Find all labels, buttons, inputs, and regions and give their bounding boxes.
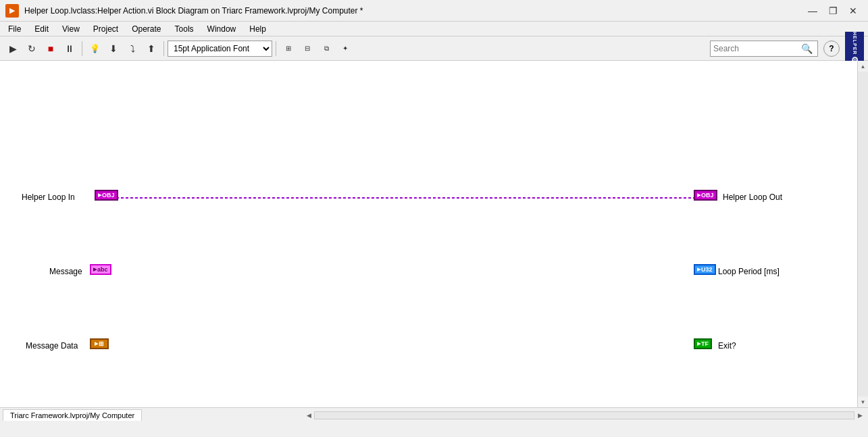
toolbar-separator-1 <box>82 41 82 56</box>
app-icon: ▶ <box>5 4 19 18</box>
helper-loop-out-terminal[interactable]: ▶OBJ <box>694 190 717 201</box>
message-terminal[interactable]: ▶abc <box>90 264 111 275</box>
horizontal-scroll: ◀ ▶ <box>303 410 865 421</box>
cleanup-button[interactable]: ✦ <box>336 40 354 57</box>
status-bar: Triarc Framework.lvproj/My Computer ◀ ▶ <box>0 407 868 422</box>
menu-operate[interactable]: Operate <box>126 23 166 35</box>
hscroll-track[interactable] <box>314 411 854 419</box>
run-button[interactable]: ▶ <box>4 40 22 57</box>
run-continuous-button[interactable]: ↻ <box>23 40 41 57</box>
abort-button[interactable]: ■ <box>42 40 59 57</box>
hscroll-right-button[interactable]: ▶ <box>854 410 865 421</box>
restore-button[interactable]: ❐ <box>823 4 842 18</box>
help-button[interactable]: ? <box>823 41 840 57</box>
window-controls: — ❐ ✕ <box>803 4 863 18</box>
step-out-button[interactable]: ⬆ <box>143 40 160 57</box>
vertical-scrollbar: ▲ ▼ <box>857 61 868 407</box>
toolbar-separator-3 <box>276 41 276 56</box>
search-icon[interactable]: 🔍 <box>801 43 813 54</box>
helper-loop-in-label: Helper Loop In <box>22 192 75 202</box>
menu-help[interactable]: Help <box>244 23 272 35</box>
obj-out-arrow: ▶ <box>697 192 700 198</box>
menu-edit[interactable]: Edit <box>29 23 54 35</box>
project-tab-label: Triarc Framework.lvproj/My Computer <box>10 411 134 419</box>
step-into-button[interactable]: ⬇ <box>105 40 122 57</box>
message-data-label: Message Data <box>26 341 78 351</box>
menu-project[interactable]: Project <box>88 23 124 35</box>
project-tab[interactable]: Triarc Framework.lvproj/My Computer <box>3 409 142 421</box>
scroll-up-button[interactable]: ▲ <box>858 61 869 72</box>
u32-arrow: ▶ <box>697 267 700 272</box>
helper-loop-out-label: Helper Loop Out <box>723 192 782 202</box>
title-bar: ▶ Helper Loop.lvclass:Helper Action.vi B… <box>0 0 868 22</box>
highlight-button[interactable]: 💡 <box>86 40 103 57</box>
reorder-button[interactable]: ⧉ <box>317 40 335 57</box>
pause-button[interactable]: ⏸ <box>61 40 78 57</box>
align-button[interactable]: ⊞ <box>280 40 297 57</box>
abc-arrow: ▶ <box>93 267 97 272</box>
exit-terminal[interactable]: ▶TF <box>694 338 712 349</box>
loop-period-terminal[interactable]: ▶U32 <box>694 264 716 275</box>
tf-arrow: ▶ <box>697 341 700 346</box>
hscroll-left-button[interactable]: ◀ <box>303 410 314 421</box>
search-area: 🔍 <box>710 41 818 57</box>
canvas[interactable]: Helper Loop In ▶OBJ ▶OBJ Helper Loop Out… <box>0 61 868 407</box>
window-title: Helper Loop.lvclass:Helper Action.vi Blo… <box>24 6 803 16</box>
minimize-button[interactable]: — <box>803 4 822 18</box>
distribute-button[interactable]: ⊟ <box>299 40 316 57</box>
exit-label: Exit? <box>718 341 736 351</box>
search-input[interactable] <box>713 44 801 53</box>
wire-layer <box>0 61 868 407</box>
step-over-button[interactable]: ⤵ <box>124 40 141 57</box>
helper-loop-in-terminal[interactable]: ▶OBJ <box>95 190 118 201</box>
message-label: Message <box>49 267 82 276</box>
menu-window[interactable]: Window <box>202 23 242 35</box>
scroll-down-button[interactable]: ▼ <box>858 396 869 407</box>
scroll-track[interactable] <box>858 72 868 396</box>
obj-in-arrow: ▶ <box>98 192 101 198</box>
loop-period-label: Loop Period [ms] <box>718 267 780 276</box>
message-data-terminal[interactable]: ▶ ⊞ <box>90 338 109 349</box>
toolbar-separator-2 <box>163 41 164 56</box>
font-dropdown[interactable]: 15pt Application Font 12pt Application F… <box>168 41 272 57</box>
menu-file[interactable]: File <box>3 23 26 35</box>
toolbar: ▶ ↻ ■ ⏸ 💡 ⬇ ⤵ ⬆ 15pt Application Font 12… <box>0 36 868 61</box>
helper-panel-button[interactable]: HELPER ⚙ <box>845 32 864 64</box>
close-button[interactable]: ✕ <box>844 4 863 18</box>
main-content: Helper Loop In ▶OBJ ▶OBJ Helper Loop Out… <box>0 61 868 422</box>
cluster-arrow: ▶ <box>95 341 98 346</box>
menu-view[interactable]: View <box>57 23 85 35</box>
menu-tools[interactable]: Tools <box>170 23 199 35</box>
